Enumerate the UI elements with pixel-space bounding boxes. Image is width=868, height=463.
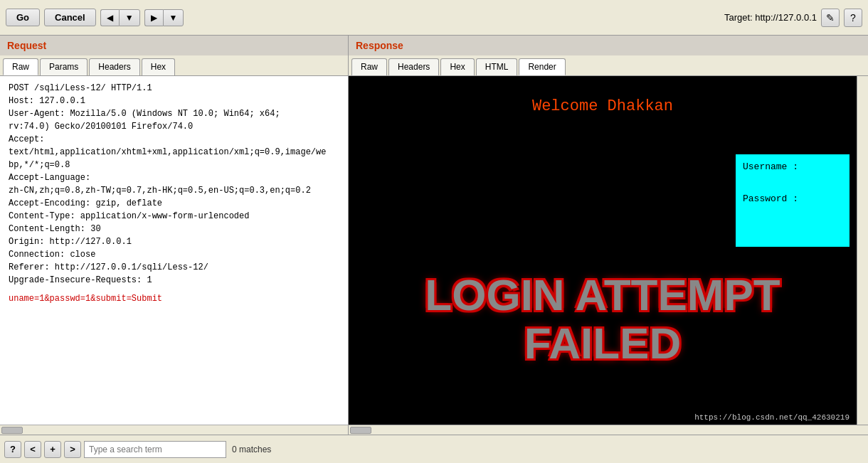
tab-response-raw[interactable]: Raw xyxy=(351,58,387,75)
back-button[interactable]: ◀ xyxy=(100,9,119,26)
response-panel: Response Raw Headers Hex HTML Render Wel… xyxy=(349,36,868,435)
welcome-name: Dhakkan xyxy=(608,97,673,115)
tab-raw[interactable]: Raw xyxy=(3,58,38,75)
login-failed-line2: FAILED xyxy=(425,319,780,368)
prev-result-button[interactable]: < xyxy=(24,441,41,458)
back-nav-group: ◀ ▼ xyxy=(100,9,140,26)
request-tabs: Raw Params Headers Hex xyxy=(0,55,348,76)
go-button[interactable]: Go xyxy=(6,9,40,26)
target-label: Target: http://127.0.0.1 xyxy=(724,12,817,23)
render-hscroll[interactable] xyxy=(349,425,868,435)
tab-response-html[interactable]: HTML xyxy=(476,58,518,75)
password-label: Password : xyxy=(743,193,842,204)
render-area: Welcome Dhakkan Username : Password : LO… xyxy=(349,76,857,425)
request-hscroll[interactable] xyxy=(0,425,348,435)
render-hscroll-thumb xyxy=(350,427,371,434)
search-input[interactable] xyxy=(84,441,226,458)
request-body-text: POST /sqli/Less-12/ HTTP/1.1 Host: 127.0… xyxy=(4,79,344,289)
tab-response-headers[interactable]: Headers xyxy=(388,58,439,75)
request-scroll-area[interactable]: POST /sqli/Less-12/ HTTP/1.1 Host: 127.0… xyxy=(0,76,348,425)
request-panel: Request Raw Params Headers Hex POST /sql… xyxy=(0,36,349,435)
matches-label: 0 matches xyxy=(232,445,271,454)
url-hint: https://blog.csdn.net/qq_42630219 xyxy=(694,413,850,422)
forward-dropdown-button[interactable]: ▼ xyxy=(163,9,184,26)
tab-response-render[interactable]: Render xyxy=(519,58,565,75)
welcome-message: Welcome Dhakkan xyxy=(532,97,673,115)
forward-nav-group: ▶ ▼ xyxy=(144,9,184,26)
response-tabs: Raw Headers Hex HTML Render xyxy=(349,55,868,76)
request-content: POST /sqli/Less-12/ HTTP/1.1 Host: 127.0… xyxy=(0,76,348,435)
cancel-button[interactable]: Cancel xyxy=(44,9,96,26)
request-hscroll-thumb xyxy=(1,427,23,434)
tab-params[interactable]: Params xyxy=(40,58,88,75)
login-failed-line1: LOGIN ATTEMPT xyxy=(425,271,780,319)
bottom-bar: ? < + > 0 matches xyxy=(0,435,868,463)
help-icon-bottom[interactable]: ? xyxy=(4,441,21,458)
render-wrapper: Welcome Dhakkan Username : Password : LO… xyxy=(349,76,868,425)
main-layout: Request Raw Params Headers Hex POST /sql… xyxy=(0,36,868,435)
edit-target-button[interactable]: ✎ xyxy=(821,9,840,27)
tab-response-hex[interactable]: Hex xyxy=(440,58,474,75)
tab-hex[interactable]: Hex xyxy=(142,58,175,75)
welcome-label: Welcome xyxy=(532,97,598,115)
login-box: Username : Password : xyxy=(736,154,850,247)
toolbar: Go Cancel ◀ ▼ ▶ ▼ Target: http://127.0.0… xyxy=(0,0,868,36)
request-title: Request xyxy=(0,36,348,55)
help-button[interactable]: ? xyxy=(844,9,862,27)
username-label: Username : xyxy=(743,161,842,172)
next-result-button[interactable]: > xyxy=(64,441,81,458)
back-dropdown-button[interactable]: ▼ xyxy=(119,9,140,26)
login-failed-message: LOGIN ATTEMPT FAILED xyxy=(425,271,780,368)
render-scrollbar[interactable] xyxy=(857,76,868,425)
response-title: Response xyxy=(349,36,868,55)
tab-headers[interactable]: Headers xyxy=(89,58,139,75)
request-post-data: uname=1&passwd=1&submit=Submit xyxy=(4,289,344,308)
add-button[interactable]: + xyxy=(44,441,61,458)
render-content: Welcome Dhakkan Username : Password : LO… xyxy=(349,76,857,425)
forward-button[interactable]: ▶ xyxy=(144,9,163,26)
